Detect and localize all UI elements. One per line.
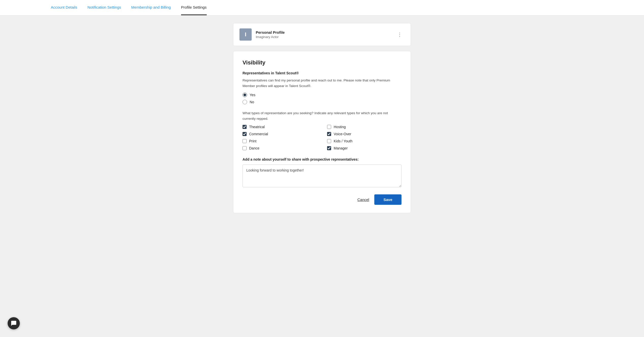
checkbox-print-label[interactable]: Print [243, 139, 317, 143]
visibility-title: Visibility [243, 59, 401, 66]
checkbox-commercial-label[interactable]: Commercial [243, 132, 317, 136]
checkbox-hosting[interactable] [327, 125, 331, 129]
save-button[interactable]: Save [374, 194, 401, 205]
checkbox-theatrical-label[interactable]: Theatrical [243, 125, 317, 129]
profile-subtitle: Imaginary Actor [256, 35, 285, 39]
tab-profile-settings[interactable]: Profile Settings [181, 0, 207, 15]
note-textarea[interactable] [243, 164, 401, 187]
checkbox-voice-over-text: Voice-Over [334, 132, 351, 136]
avatar: I [239, 28, 252, 41]
radio-yes[interactable] [243, 93, 247, 97]
checkbox-print[interactable] [243, 139, 247, 143]
talent-scout-desc: Representatives can find my personal pro… [243, 78, 401, 89]
profile-card: I Personal Profile Imaginary Actor ⋮ [233, 23, 411, 46]
tab-account-details[interactable]: Account Details [51, 0, 77, 15]
checkboxes-desc: What types of representation are you see… [243, 110, 401, 121]
visibility-card: Visibility Representatives in Talent Sco… [233, 51, 411, 213]
tab-notification-settings[interactable]: Notification Settings [87, 0, 121, 15]
checkbox-kids-youth[interactable] [327, 139, 331, 143]
radio-no-label[interactable]: No [243, 100, 401, 104]
main-content: I Personal Profile Imaginary Actor ⋮ Vis… [0, 15, 644, 221]
nav-tabs: Account Details Notification Settings Me… [0, 0, 644, 15]
action-row: Cancel Save [243, 194, 401, 205]
checkbox-print-text: Print [249, 139, 256, 143]
checkbox-commercial-text: Commercial [249, 132, 268, 136]
chat-icon [11, 320, 17, 326]
profile-name: Personal Profile [256, 30, 285, 35]
checkbox-kids-youth-label[interactable]: Kids / Youth [327, 139, 401, 143]
checkbox-theatrical-text: Theatrical [249, 125, 265, 129]
checkbox-voice-over[interactable] [327, 132, 331, 136]
checkbox-dance-label[interactable]: Dance [243, 146, 317, 150]
radio-yes-label[interactable]: Yes [243, 93, 401, 97]
checkbox-grid: TheatricalHostingCommercialVoice-OverPri… [243, 125, 401, 150]
radio-no-text: No [250, 100, 254, 104]
more-options-button[interactable]: ⋮ [395, 30, 405, 39]
checkbox-voice-over-label[interactable]: Voice-Over [327, 132, 401, 136]
checkbox-hosting-text: Hosting [334, 125, 346, 129]
note-label: Add a note about yourself to share with … [243, 157, 401, 161]
profile-info: Personal Profile Imaginary Actor [256, 30, 285, 39]
checkbox-dance[interactable] [243, 146, 247, 150]
checkbox-commercial[interactable] [243, 132, 247, 136]
checkbox-manager[interactable] [327, 146, 331, 150]
visibility-radio-group: Yes No [243, 93, 401, 104]
radio-no[interactable] [243, 100, 247, 104]
checkbox-manager-label[interactable]: Manager [327, 146, 401, 150]
checkbox-hosting-label[interactable]: Hosting [327, 125, 401, 129]
radio-yes-text: Yes [250, 93, 255, 97]
chat-bubble-button[interactable] [8, 317, 20, 329]
checkbox-dance-text: Dance [249, 146, 259, 150]
cancel-button[interactable]: Cancel [357, 197, 369, 202]
talent-scout-heading: Representatives in Talent Scout® [243, 71, 401, 75]
checkbox-kids-youth-text: Kids / Youth [334, 139, 352, 143]
profile-card-left: I Personal Profile Imaginary Actor [239, 28, 285, 41]
tab-membership-billing[interactable]: Membership and Billing [131, 0, 171, 15]
checkbox-theatrical[interactable] [243, 125, 247, 129]
checkbox-manager-text: Manager [334, 146, 348, 150]
